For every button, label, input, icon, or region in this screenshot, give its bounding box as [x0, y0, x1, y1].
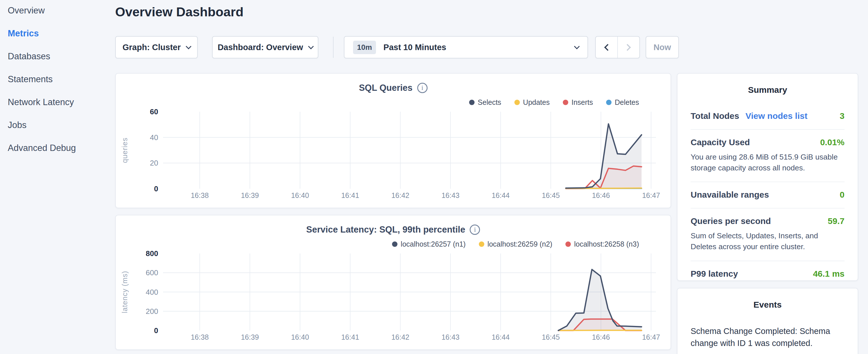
- svg-text:16:38: 16:38: [191, 191, 209, 199]
- svg-text:16:44: 16:44: [492, 333, 510, 341]
- summary-value: 59.7: [828, 216, 844, 226]
- summary-description: You are using 28.6 MiB of 515.9 GiB usab…: [691, 152, 844, 173]
- event-text: Schema Change Completed: Schema change w…: [691, 325, 844, 349]
- svg-text:0: 0: [154, 326, 158, 335]
- summary-heading: Summary: [691, 85, 844, 95]
- svg-text:16:41: 16:41: [341, 191, 359, 199]
- svg-text:40: 40: [150, 133, 158, 142]
- svg-text:16:38: 16:38: [191, 333, 209, 341]
- summary-label: Capacity Used: [691, 137, 750, 147]
- time-range-dropdown[interactable]: 10m Past 10 Minutes: [344, 36, 588, 58]
- view-nodes-list-link[interactable]: View nodes list: [745, 111, 807, 121]
- summary-row-capacity-used: Capacity Used 0.01% You are using 28.6 M…: [691, 130, 844, 182]
- summary-description: Sum of Selects, Updates, Inserts, and De…: [691, 231, 844, 252]
- time-step-buttons: [595, 36, 640, 58]
- sql-queries-chart-card: SQL Queries i SelectsUpdatesInsertsDelet…: [115, 73, 671, 208]
- summary-label: Queries per second: [691, 216, 771, 226]
- svg-text:16:41: 16:41: [341, 333, 359, 341]
- events-panel: Events Schema Change Completed: Schema c…: [677, 288, 858, 354]
- chevron-down-icon: [574, 43, 580, 49]
- time-range-badge: 10m: [353, 41, 376, 54]
- sidebar-item-statements[interactable]: Statements: [8, 73, 108, 85]
- svg-text:0: 0: [154, 185, 158, 193]
- time-step-forward-button[interactable]: [617, 37, 639, 58]
- summary-panel: Summary Total Nodes View nodes list 3 Ca…: [677, 73, 858, 281]
- sql-queries-chart[interactable]: 020406016:3816:3916:4016:4116:4216:4316:…: [116, 74, 672, 209]
- svg-text:16:42: 16:42: [392, 191, 409, 199]
- svg-text:16:43: 16:43: [442, 333, 460, 341]
- svg-text:queries: queries: [121, 137, 129, 163]
- svg-text:16:43: 16:43: [442, 191, 460, 199]
- summary-value: 46.1 ms: [813, 269, 844, 279]
- sidebar-item-overview[interactable]: Overview: [8, 4, 108, 17]
- chevron-left-icon: [604, 44, 611, 51]
- summary-value: 0.01%: [820, 137, 844, 147]
- svg-text:200: 200: [146, 307, 158, 316]
- sidebar-item-network-latency[interactable]: Network Latency: [8, 96, 108, 108]
- page-title: Overview Dashboard: [115, 5, 244, 20]
- svg-text:60: 60: [150, 107, 158, 116]
- sidebar-item-databases[interactable]: Databases: [8, 50, 108, 62]
- summary-row-unavailable-ranges: Unavailable ranges 0: [691, 182, 844, 208]
- svg-text:20: 20: [150, 159, 158, 167]
- service-latency-chart-card: Service Latency: SQL, 99th percentile i …: [115, 215, 671, 350]
- svg-text:16:40: 16:40: [291, 333, 309, 341]
- svg-text:16:46: 16:46: [592, 191, 610, 199]
- svg-text:16:39: 16:39: [241, 191, 259, 199]
- svg-text:16:47: 16:47: [642, 333, 660, 341]
- sidebar-item-jobs[interactable]: Jobs: [8, 119, 108, 131]
- controls-divider: [333, 37, 334, 58]
- svg-text:800: 800: [146, 249, 158, 258]
- svg-text:16:44: 16:44: [492, 191, 510, 199]
- graph-dropdown-label: Graph: Cluster: [122, 43, 181, 52]
- svg-text:16:39: 16:39: [241, 333, 259, 341]
- sidebar-item-advanced-debug[interactable]: Advanced Debug: [8, 142, 108, 154]
- svg-text:16:42: 16:42: [392, 333, 409, 341]
- svg-text:16:45: 16:45: [542, 191, 560, 199]
- event-list-item[interactable]: Schema Change Completed: Schema change w…: [691, 325, 844, 354]
- summary-value: 0: [840, 190, 844, 200]
- svg-text:16:46: 16:46: [592, 333, 610, 341]
- svg-text:latency (ms): latency (ms): [121, 271, 129, 313]
- dashboard-dropdown[interactable]: Dashboard: Overview: [212, 36, 318, 58]
- summary-value: 3: [840, 111, 844, 121]
- now-button-label: Now: [653, 43, 671, 52]
- dashboard-dropdown-label: Dashboard: Overview: [217, 43, 303, 52]
- summary-label: Total Nodes: [691, 111, 739, 121]
- now-button[interactable]: Now: [646, 36, 679, 58]
- events-heading: Events: [691, 300, 844, 310]
- svg-text:16:40: 16:40: [291, 191, 309, 199]
- summary-row-p99-latency: P99 latency 46.1 ms: [691, 261, 844, 287]
- sidebar: Overview Metrics Databases Statements Ne…: [8, 4, 108, 165]
- summary-label: P99 latency: [691, 269, 738, 279]
- svg-text:16:45: 16:45: [542, 333, 560, 341]
- time-step-back-button[interactable]: [596, 37, 617, 58]
- summary-row-total-nodes: Total Nodes View nodes list 3: [691, 103, 844, 130]
- svg-text:600: 600: [146, 268, 158, 277]
- summary-row-queries-per-second: Queries per second 59.7 Sum of Selects, …: [691, 208, 844, 261]
- sidebar-item-metrics[interactable]: Metrics: [8, 27, 108, 39]
- svg-text:400: 400: [146, 288, 158, 296]
- chevron-down-icon: [186, 43, 191, 49]
- graph-dropdown[interactable]: Graph: Cluster: [115, 36, 198, 58]
- chevron-right-icon: [624, 44, 631, 51]
- service-latency-chart[interactable]: 020040060080016:3816:3916:4016:4116:4216…: [116, 215, 672, 351]
- summary-label: Unavailable ranges: [691, 190, 769, 200]
- svg-text:16:47: 16:47: [642, 191, 660, 199]
- chevron-down-icon: [308, 43, 314, 49]
- time-range-label: Past 10 Minutes: [383, 43, 446, 52]
